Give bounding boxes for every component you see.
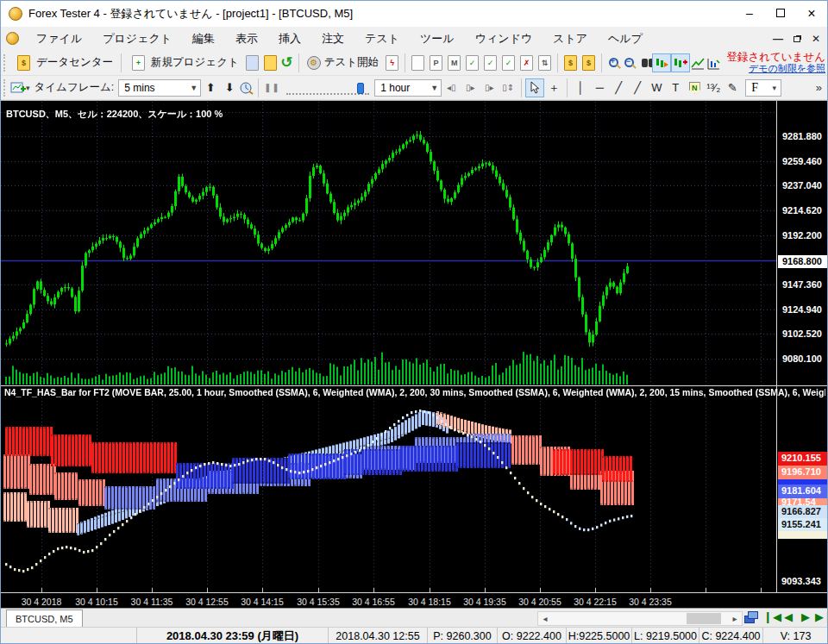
menu-item-ヘルプ[interactable]: ヘルプ: [598, 27, 653, 50]
template-doc-icon-7[interactable]: ⇅: [538, 55, 551, 71]
find-icon[interactable]: [637, 55, 652, 71]
menu-item-テスト[interactable]: テスト: [354, 27, 410, 50]
doc-icons: PM✓✓✓✗⇅: [409, 55, 554, 71]
data-center-button[interactable]: $ データセンター: [10, 53, 117, 72]
mdi-minimize-button[interactable]: —: [768, 30, 787, 47]
chart-nav-2[interactable]: ▶: [801, 610, 810, 623]
menu-item-プロジェクト[interactable]: プロジェクト: [92, 27, 182, 50]
menu-item-編集[interactable]: 編集: [182, 27, 225, 50]
drawing-tool-2[interactable]: ╱: [609, 78, 628, 97]
drawing-tool-7[interactable]: ¹³⁄₂: [704, 78, 723, 97]
drawing-tool-0[interactable]: │: [571, 78, 590, 97]
axis-separator: [776, 101, 777, 592]
tab-btcusd-m5[interactable]: BTCUSD, M5: [6, 610, 83, 628]
account-money-icon-1[interactable]: $: [582, 55, 595, 71]
chevron-down-icon: ▼: [428, 84, 441, 92]
speed-slider-thumb[interactable]: [357, 83, 364, 94]
maximize-button[interactable]: [765, 1, 796, 26]
time-axis-label: 30 4 22:15: [565, 597, 625, 607]
f-label: F: [751, 81, 758, 95]
minimize-button[interactable]: –: [734, 1, 765, 26]
price-chart-canvas[interactable]: [1, 102, 777, 385]
crosshair-tool-button[interactable]: ＋: [544, 78, 563, 97]
menu-bar: ファイルプロジェクト編集表示挿入注文テストツールウィンドウストアヘルプ — ✕: [1, 27, 828, 50]
demo-limits-link[interactable]: デモの制限を参照: [726, 63, 825, 74]
chart-nav-0[interactable]: ❙◀: [763, 610, 781, 623]
price-tick: 9124.940: [782, 304, 822, 316]
new-chart-icon[interactable]: [10, 80, 26, 96]
drawing-tool-3[interactable]: ╱: [628, 78, 647, 97]
timeframe-down-button[interactable]: ⬇: [220, 78, 239, 97]
barchart-icon[interactable]: [706, 55, 721, 71]
bar-step-icon-0[interactable]: ◂▯: [442, 78, 461, 97]
timeframe-select[interactable]: 5 mins ▼: [118, 79, 201, 97]
shift-chart-toggle[interactable]: [671, 53, 690, 72]
bar-step-icon-3[interactable]: ▯⇕: [499, 78, 518, 97]
title-bar: Forex Tester 4 - 登録されていません - [project1] …: [1, 1, 828, 27]
toolbar-grip[interactable]: [3, 54, 8, 72]
menu-item-ウィンドウ[interactable]: ウィンドウ: [465, 27, 543, 50]
template-doc-icon-1[interactable]: P: [430, 55, 442, 71]
new-project-label: 新規プロジェクト: [151, 55, 239, 70]
mdi-restore-button[interactable]: [787, 30, 806, 47]
menu-item-挿入[interactable]: 挿入: [268, 27, 311, 50]
menu-item-表示[interactable]: 表示: [225, 27, 268, 50]
mdi-close-button[interactable]: ✕: [806, 30, 825, 47]
arrange-charts-icon[interactable]: [744, 610, 760, 625]
zoom-in-icon[interactable]: +: [605, 55, 621, 71]
chart-toolbar: ▾ タイムフレーム: 5 mins ▼ ⬆ ⬇ ❚❚ 1 hour ▼ ◂▯▯▸…: [1, 76, 828, 100]
scroll-left-arrow[interactable]: ◂: [538, 612, 552, 625]
close-button[interactable]: ×: [796, 1, 827, 26]
scrollbar-thumb[interactable]: [687, 613, 721, 624]
speed-slider[interactable]: [286, 81, 369, 95]
chart-nav-3[interactable]: ▶❙: [815, 610, 828, 623]
menu-item-ストア[interactable]: ストア: [543, 27, 598, 50]
speed-select[interactable]: 1 hour ▼: [374, 79, 442, 97]
start-test-button[interactable]: ⚙ テスト開始: [303, 53, 383, 72]
template-doc-icon-4[interactable]: ✓: [484, 55, 497, 71]
restart-icon[interactable]: ↺: [279, 55, 295, 71]
timeframe-up-button[interactable]: ⬆: [201, 78, 220, 97]
menu-item-ファイル[interactable]: ファイル: [26, 27, 92, 50]
panel-splitter[interactable]: [1, 385, 828, 386]
menu-item-ツール[interactable]: ツール: [410, 27, 465, 50]
scroll-right-arrow[interactable]: ▸: [728, 612, 742, 625]
indicator-canvas[interactable]: [1, 397, 777, 592]
drawing-tool-5[interactable]: T: [666, 78, 685, 97]
quick-test-icon[interactable]: ϟ: [386, 55, 398, 71]
clock-settings-icon[interactable]: [239, 80, 254, 96]
drawing-tool-6[interactable]: N: [685, 78, 704, 97]
save-project-icon[interactable]: [264, 55, 277, 71]
open-project-icon[interactable]: [246, 55, 259, 71]
start-test-icon: ⚙: [307, 56, 321, 70]
current-price-label: 9168.800: [778, 255, 828, 268]
pause-button[interactable]: ❚❚: [262, 78, 281, 97]
separator: [405, 53, 405, 72]
fibo-group-button[interactable]: F ▾: [745, 79, 781, 97]
toolbar-grip[interactable]: [3, 79, 8, 97]
zoom-out-icon[interactable]: −: [621, 55, 637, 71]
template-doc-icon-3[interactable]: ✓: [466, 55, 479, 71]
bar-step-icon-2[interactable]: ▯▸: [480, 78, 499, 97]
data-center-icon: $: [17, 55, 30, 71]
linechart-icon[interactable]: [690, 55, 706, 71]
drawing-tool-4[interactable]: W: [647, 78, 666, 97]
chart-nav-1[interactable]: ◀: [784, 610, 793, 623]
bar-step-icon-1[interactable]: ▯▸: [461, 78, 480, 97]
indicator-bottom-border: [1, 592, 828, 593]
main-toolbar: $ データセンター + 新規プロジェクト ↺ ⚙ テスト開始 ϟ PM✓✓✓✗⇅…: [1, 50, 828, 76]
template-doc-icon-0[interactable]: [411, 55, 424, 71]
menu-item-注文[interactable]: 注文: [311, 27, 354, 50]
auto-scroll-toggle[interactable]: [652, 53, 671, 72]
horizontal-scrollbar[interactable]: ◂ ▸: [537, 611, 743, 626]
toolbar-overflow-button[interactable]: »: [816, 81, 828, 94]
account-money-icon-0[interactable]: $: [564, 55, 577, 71]
new-project-button[interactable]: + 新規プロジェクト: [125, 53, 243, 72]
drawing-tool-8[interactable]: ✎: [723, 78, 742, 97]
drawing-tool-1[interactable]: ─: [590, 78, 609, 97]
cursor-tool-button[interactable]: [525, 78, 544, 97]
template-doc-icon-6[interactable]: ✗: [520, 55, 533, 71]
template-doc-icon-2[interactable]: M: [448, 55, 461, 71]
template-doc-icon-5[interactable]: ✓: [502, 55, 515, 71]
indicator-price-label-0: 9210.155: [778, 452, 828, 466]
